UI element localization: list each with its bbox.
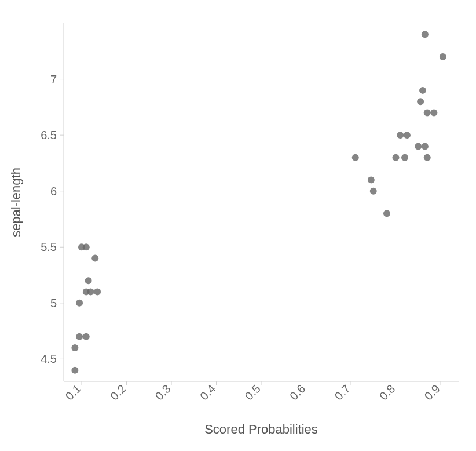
data-point <box>71 367 78 374</box>
data-point <box>76 300 83 307</box>
data-point <box>383 210 390 217</box>
data-point <box>422 143 429 150</box>
data-point <box>85 277 92 284</box>
y-tick-label: 5 <box>50 297 57 310</box>
data-point <box>83 243 90 250</box>
data-point <box>393 154 400 161</box>
x-tick-label: 0.3 <box>153 382 173 402</box>
data-point <box>94 289 101 296</box>
data-point <box>83 333 90 340</box>
x-tick-label: 0.9 <box>422 382 442 402</box>
x-tick-label: 0.7 <box>332 382 353 402</box>
data-point <box>352 154 359 161</box>
y-tick-label: 4.5 <box>41 352 57 365</box>
x-tick-label: 0.6 <box>287 382 307 402</box>
data-point <box>368 176 375 183</box>
y-tick-label: 5.5 <box>41 241 57 253</box>
y-tick-label: 7 <box>50 73 57 86</box>
x-tick-label: 0.1 <box>63 382 83 402</box>
scatter-chart: 4.555.566.570.10.20.30.40.50.60.70.80.9s… <box>0 0 476 451</box>
x-tick-label: 0.2 <box>108 382 128 402</box>
data-point <box>417 98 424 105</box>
data-point <box>404 132 411 139</box>
x-tick-label: 0.4 <box>197 382 218 402</box>
data-point <box>415 143 422 150</box>
data-point <box>370 188 377 195</box>
y-axis-title: sepal-length <box>9 168 23 237</box>
data-point <box>419 87 426 94</box>
data-point <box>424 154 431 161</box>
data-point <box>71 344 78 351</box>
data-point <box>424 110 431 117</box>
data-point <box>397 132 404 139</box>
data-point <box>76 333 83 340</box>
data-point <box>430 110 437 117</box>
data-point <box>422 31 429 38</box>
chart-svg: 4.555.566.570.10.20.30.40.50.60.70.80.9s… <box>0 0 476 451</box>
data-point <box>401 154 408 161</box>
y-tick-label: 6 <box>50 185 57 198</box>
y-tick-label: 6.5 <box>41 129 57 141</box>
data-point <box>91 255 98 262</box>
data-point <box>87 289 94 296</box>
x-axis-title: Scored Probabilities <box>204 422 318 437</box>
data-point <box>440 53 446 60</box>
x-tick-label: 0.8 <box>377 382 397 402</box>
x-tick-label: 0.5 <box>243 382 263 402</box>
